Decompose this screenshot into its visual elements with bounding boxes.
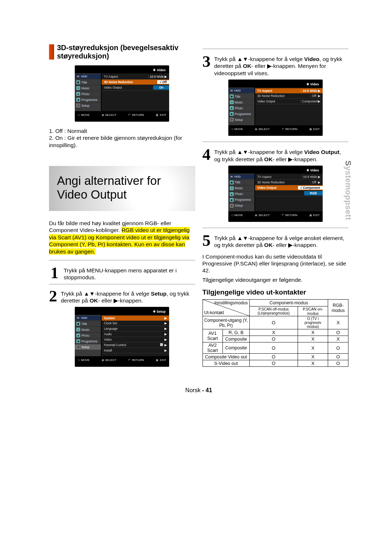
step-5: 5 Trykk på ▲▼-knappene for å velge ønske… <box>203 233 349 249</box>
page-footer: Norsk - 41 <box>49 387 348 394</box>
svg-line-0 <box>203 300 249 316</box>
osd-video-tv-aspect: ❖ Video 📼HDD ▣Title ♫Music ▲Photo ◉Progr… <box>228 80 323 136</box>
osd-setup: ❖ Setup 📼HDD ▣Title ♫Music ▲Photo ◉Progr… <box>75 307 169 367</box>
lock-icon <box>160 343 163 346</box>
step5-note-1: I Component-modus kan du sette videoutda… <box>203 253 349 274</box>
table-row: AV2 Scart Composite O X O <box>203 342 348 354</box>
step-3: 3 Trykk på ▲▼-knappene for å velge Video… <box>203 54 349 77</box>
video-output-table: Innstillingsmodus Ut-kontakt Component-m… <box>203 299 349 367</box>
step-number: 2 <box>49 289 57 304</box>
topic-panel: Angi alternativer for Video Output <box>49 166 195 211</box>
list-option-on: 2. On : Gir et renere bilde gjennom støy… <box>49 134 195 149</box>
topic-title: Angi alternativer for Video Output <box>57 174 188 202</box>
table-row: Component-utgang (Y, Pb, Pr) O O (TV i p… <box>203 316 348 329</box>
step-1: 1 Trykk på MENU-knappen mens apparatet e… <box>49 265 195 281</box>
section-bar-icon <box>49 44 54 60</box>
list-option-off: 1. Off : Normalt <box>49 127 195 134</box>
section-title: 3D-støyreduksjon (bevegelsesaktiv støyre… <box>57 44 179 60</box>
step-4: 4 Trykk på ▲▼-knappene for å velge Video… <box>203 147 349 163</box>
manual-page: Systemoppsett 3D-støyreduksjon (bevegels… <box>0 0 392 540</box>
osd-video-3dnoise: ❖ Video 📼HDD ▣Title ♫Music ▲Photo ◉Progr… <box>75 65 169 122</box>
step-2: 2 Trykk på ▲▼-knappene for å velge Setup… <box>49 289 195 304</box>
topic-intro: Du får bilde med høy kvalitet gjennom RG… <box>49 220 195 255</box>
step-number: 3 <box>203 54 211 77</box>
table-row: S-Video out O X O <box>203 360 348 367</box>
right-column: 3 Trykk på ▲▼-knappene for å velge Video… <box>203 44 349 373</box>
section-head: 3D-støyreduksjon (bevegelsesaktiv støyre… <box>49 44 195 60</box>
side-tab-label: Systemoppsett <box>343 161 353 220</box>
step-number: 4 <box>203 147 211 163</box>
table-row: Composite Video out O X O <box>203 354 348 360</box>
left-column: 3D-støyreduksjon (bevegelsesaktiv støyre… <box>49 44 195 373</box>
table-title: Tilgjengelige video ut-kontakter <box>203 288 349 296</box>
step5-note-2: Tilgjengelige videoutganger er følgende. <box>203 276 349 283</box>
step-number: 5 <box>203 233 211 249</box>
table-row: Composite O X X <box>203 336 348 342</box>
osd-video-output: ❖ Video 📼HDD ▣Title ♫Music ▲Photo ◉Progr… <box>228 166 323 222</box>
step-number: 1 <box>49 265 60 281</box>
table-row: AV1 Scart R, G, B X X O <box>203 329 348 336</box>
